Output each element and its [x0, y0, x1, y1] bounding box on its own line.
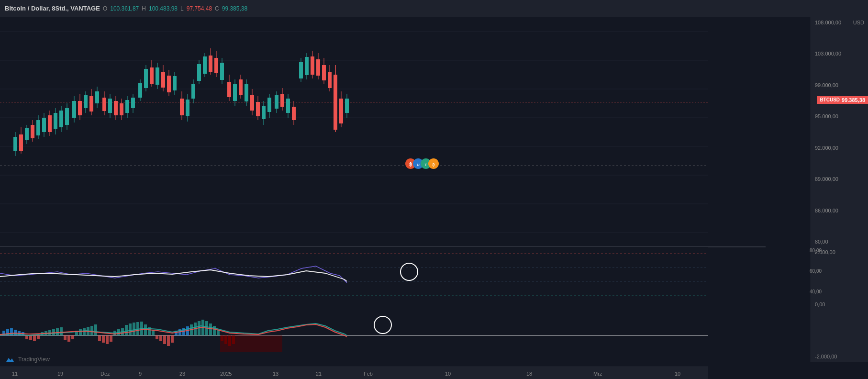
- svg-rect-174: [133, 323, 135, 335]
- svg-rect-204: [5, 354, 15, 365]
- price-symbol: BTCUSD: [820, 97, 840, 103]
- svg-rect-111: [311, 56, 314, 75]
- y-label-89: 89.000,00: [815, 176, 864, 182]
- svg-rect-183: [167, 335, 170, 346]
- svg-rect-59: [156, 67, 159, 85]
- svg-rect-17: [31, 125, 34, 138]
- currency-label: USD: [853, 20, 864, 25]
- svg-rect-172: [125, 325, 128, 335]
- candle-chart-svg: ₿ U T ₿: [0, 17, 708, 247]
- svg-rect-202: [220, 335, 282, 352]
- low-value: 97.754,48: [187, 5, 212, 12]
- indicator-panel: [0, 247, 708, 362]
- svg-rect-37: [89, 96, 93, 111]
- current-price-label: BTCUSD 99.385,38: [817, 96, 868, 104]
- y-ind-label-neg2: -2.000,00: [815, 354, 864, 359]
- chart-header: Bitcoin / Dollar, 8Std., VANTAGE O 100.3…: [0, 0, 868, 17]
- svg-rect-99: [275, 95, 278, 109]
- svg-rect-95: [262, 106, 266, 119]
- svg-rect-103: [286, 99, 290, 113]
- svg-rect-181: [159, 335, 162, 341]
- x-label-dez: Dez: [100, 371, 110, 377]
- x-label-13: 13: [273, 371, 278, 377]
- svg-rect-63: [167, 76, 171, 92]
- candle-group: [13, 48, 349, 156]
- svg-rect-173: [129, 323, 132, 335]
- svg-rect-83: [227, 82, 231, 97]
- svg-rect-154: [56, 328, 59, 335]
- svg-rect-105: [292, 107, 296, 120]
- svg-rect-41: [102, 98, 106, 111]
- rsi-40: 40,00: [810, 289, 822, 294]
- chart-container: Bitcoin / Dollar, 8Std., VANTAGE O 100.3…: [0, 0, 868, 379]
- svg-rect-47: [120, 103, 123, 115]
- main-chart: ₿ U T ₿: [0, 17, 708, 247]
- svg-rect-195: [213, 326, 216, 335]
- x-label-10b: 10: [675, 371, 680, 377]
- svg-rect-61: [161, 72, 165, 88]
- svg-rect-194: [209, 323, 212, 335]
- svg-rect-158: [71, 335, 74, 339]
- y-label-99: 99.000,00: [815, 82, 864, 88]
- price-value: 99.385,38: [842, 97, 865, 103]
- svg-rect-182: [163, 335, 166, 344]
- x-label-23: 23: [179, 371, 185, 377]
- svg-rect-85: [233, 84, 237, 101]
- svg-rect-77: [209, 56, 212, 72]
- svg-rect-49: [125, 100, 129, 113]
- svg-rect-132: [0, 247, 708, 316]
- svg-rect-65: [173, 76, 177, 90]
- svg-rect-69: [186, 100, 189, 116]
- x-axis-svg: 11 19 Dez 9 23 2025 13 21 Feb 10 18 Mrz …: [0, 367, 708, 379]
- x-axis: 11 19 Dez 9 23 2025 13 21 Feb 10 18 Mrz …: [0, 367, 708, 379]
- svg-rect-35: [84, 95, 88, 108]
- svg-rect-39: [95, 91, 99, 103]
- svg-rect-101: [280, 94, 284, 107]
- svg-rect-15: [25, 128, 29, 140]
- svg-text:T: T: [425, 163, 427, 167]
- svg-rect-168: [110, 335, 112, 342]
- svg-rect-165: [98, 335, 101, 341]
- rsi-80: 80,00: [810, 248, 822, 253]
- svg-text:₿: ₿: [409, 162, 412, 167]
- x-label-19: 19: [57, 371, 63, 377]
- svg-rect-166: [102, 335, 105, 343]
- y-axis-main: 108.000,00 103.000,00 99.000,00 95.000,0…: [811, 17, 868, 247]
- svg-rect-147: [29, 335, 32, 340]
- svg-rect-43: [108, 99, 112, 113]
- svg-rect-27: [59, 111, 63, 127]
- tradingview-logo: TradingView: [5, 354, 50, 365]
- svg-rect-160: [79, 329, 82, 335]
- svg-rect-155: [60, 327, 63, 335]
- svg-rect-97: [267, 98, 271, 112]
- y-label-92: 92.000,00: [815, 145, 864, 151]
- svg-rect-164: [94, 324, 97, 335]
- svg-rect-109: [305, 57, 309, 75]
- svg-rect-167: [106, 335, 109, 344]
- svg-rect-93: [256, 102, 260, 116]
- svg-rect-121: [339, 99, 343, 123]
- svg-rect-89: [245, 84, 248, 101]
- svg-rect-21: [42, 118, 46, 132]
- svg-rect-25: [54, 113, 57, 129]
- high-value: 100.483,98: [149, 5, 178, 12]
- rsi-60: 60,00: [810, 268, 822, 274]
- svg-text:U: U: [417, 163, 420, 167]
- svg-rect-31: [72, 101, 76, 118]
- svg-rect-55: [144, 69, 148, 88]
- y-label-86: 86.000,00: [815, 208, 864, 213]
- svg-rect-57: [150, 67, 154, 84]
- svg-rect-117: [328, 72, 332, 88]
- svg-rect-13: [19, 134, 23, 151]
- svg-rect-45: [114, 101, 118, 115]
- low-label: L: [180, 5, 184, 12]
- open-label: O: [103, 5, 107, 12]
- chart-symbol: Bitcoin / Dollar, 8Std., VANTAGE: [5, 5, 100, 12]
- svg-rect-75: [203, 56, 207, 74]
- y-label-80: 80,00: [815, 239, 864, 245]
- svg-rect-161: [83, 328, 86, 335]
- svg-rect-51: [131, 98, 135, 108]
- x-label-feb: Feb: [364, 371, 373, 377]
- svg-rect-81: [220, 63, 224, 80]
- svg-rect-71: [191, 84, 195, 99]
